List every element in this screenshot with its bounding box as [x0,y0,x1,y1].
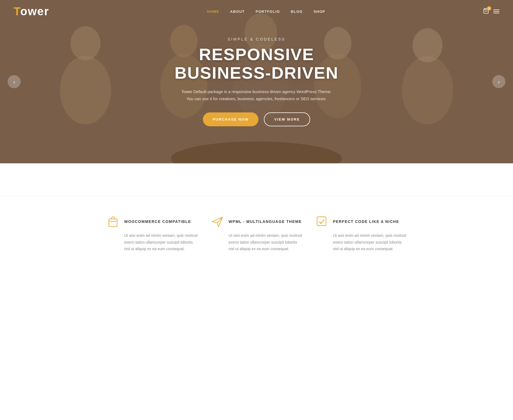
feature-icon-checkmark-shield [316,215,328,228]
feature-header-1: WOOCOMMERCE COMPATIBLE [107,215,197,228]
nav-link-home[interactable]: HOME [207,10,219,14]
svg-rect-20 [317,217,326,226]
feature-title-1: WOOCOMMERCE COMPATIBLE [124,219,191,224]
nav-link-portfolio[interactable]: PORTFOLIO [256,10,280,14]
hero-desc-line2: You can use it for creatives, business, … [187,96,327,101]
hero-title: RESPONSIVE BUSINESS-DRIVEN [150,45,363,82]
hero-buttons: PURCHASE NOW VIEW MORE [150,112,363,126]
feature-title-3: PERFECT CODE LIKE A NICHE [333,219,399,224]
nav-item-home[interactable]: HOME [207,9,219,14]
logo-letter-t: T [14,5,20,18]
whitespace-section [0,163,513,196]
view-more-button[interactable]: VIEW MORE [264,112,310,126]
navbar: Tower HOME ABOUT PORTFOLIO BLOG SHOP 0 [0,0,513,23]
nav-item-blog[interactable]: BLOG [291,9,303,14]
cart-icon[interactable]: 0 [483,8,489,15]
feature-text-2: Ut wisi enim ad minim veniam, quis nostr… [211,232,302,252]
nav-item-about[interactable]: ABOUT [230,9,245,14]
feature-title-2: WPML - MULTILANGUAGE THEME [228,219,302,224]
hero-content: SIMPLE & CODELESS RESPONSIVE BUSINESS-DR… [145,37,368,126]
feature-item-woocommerce: WOOCOMMERCE COMPATIBLE Ut wisi enim ad m… [107,215,197,252]
feature-header-3: PERFECT CODE LIKE A NICHE [316,215,406,228]
hero-desc-line1: Tower Default package is a responsive bu… [181,89,331,94]
slider-next-button[interactable]: › [492,75,505,88]
svg-rect-16 [109,219,117,227]
hero-subtitle: SIMPLE & CODELESS [150,37,363,41]
slider-prev-button[interactable]: ‹ [8,75,21,88]
nav-item-portfolio[interactable]: PORTFOLIO [256,9,280,14]
feature-item-code: PERFECT CODE LIKE A NICHE Ut wisi enim a… [316,215,406,252]
feature-text-3: Ut wisi enim ad minim veniam, quis nostr… [316,232,406,252]
feature-header-2: WPML - MULTILANGUAGE THEME [211,215,302,228]
feature-item-wpml: WPML - MULTILANGUAGE THEME Ut wisi enim … [211,215,302,252]
features-grid: WOOCOMMERCE COMPATIBLE Ut wisi enim ad m… [107,215,406,252]
feature-icon-shopping-bag [107,215,119,228]
nav-link-blog[interactable]: BLOG [291,10,303,14]
hero-section: ‹ SIMPLE & CODELESS RESPONSIVE BUSINESS-… [0,0,513,163]
nav-links: HOME ABOUT PORTFOLIO BLOG SHOP [207,9,325,14]
nav-link-about[interactable]: ABOUT [230,10,245,14]
nav-link-shop[interactable]: SHOP [314,10,325,14]
nav-item-shop[interactable]: SHOP [314,9,325,14]
logo-rest: ower [20,5,49,18]
hamburger-menu[interactable] [493,10,499,13]
nav-right: 0 [483,8,499,15]
feature-icon-paper-plane [211,215,224,228]
logo[interactable]: Tower [14,5,49,18]
feature-text-1: Ut wisi enim ad minim veniam, quis nostr… [107,232,197,252]
hero-description: Tower Default package is a responsive bu… [169,88,344,102]
features-section: WOOCOMMERCE COMPATIBLE Ut wisi enim ad m… [0,196,513,274]
purchase-now-button[interactable]: PURCHASE NOW [203,112,258,126]
cart-badge: 0 [487,6,491,11]
